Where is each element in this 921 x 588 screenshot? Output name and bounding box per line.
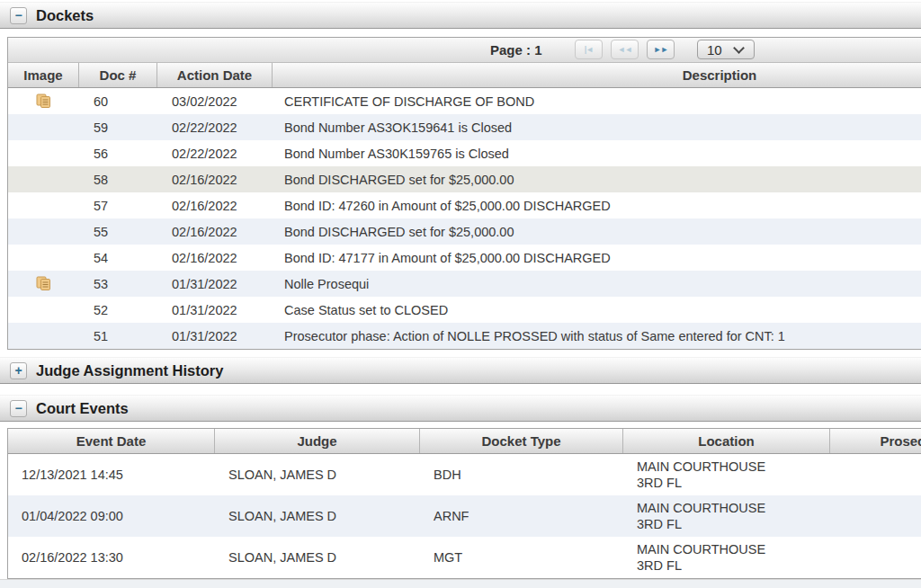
dockets-pagination-toolbar: Page : 1 |◄ ◄◄ ►► 10 [8,38,921,63]
first-page-button[interactable]: |◄ [575,40,603,59]
docket-row[interactable]: 52 01/31/2022 Case Status set to CLOSED [8,297,921,323]
docket-action-date: 02/22/2022 [157,120,273,135]
docket-action-date: 01/31/2022 [157,277,273,291]
docket-row[interactable]: 59 02/22/2022 Bond Number AS3OK159641 is… [8,114,921,140]
court-events-rows: 12/13/2021 14:45 SLOAN, JAMES D BDH MAIN… [8,454,921,578]
prev-page-button[interactable]: ◄◄ [611,40,639,59]
collapse-icon[interactable]: − [10,7,27,24]
docket-action-date: 02/22/2022 [157,147,273,161]
event-location: MAIN COURTHOUSE3RD FL [623,459,830,491]
event-date: 01/04/2022 09:00 [8,509,215,523]
horizontal-scrollbar-track[interactable] [0,579,921,588]
court-events-column-headers: Event Date Judge Docket Type Location Pr… [8,429,921,454]
docket-row[interactable]: 56 02/22/2022 Bond Number AS30K159765 is… [8,140,921,166]
docket-action-date: 02/16/2022 [157,251,273,265]
judge-history-section-title: Judge Assignment History [36,362,223,379]
event-location: MAIN COURTHOUSE3RD FL [623,541,830,574]
court-event-row[interactable]: 01/04/2022 09:00 SLOAN, JAMES D ARNF MAI… [8,495,921,537]
column-header-location[interactable]: Location [623,429,830,453]
next-page-button[interactable]: ►► [647,40,675,59]
docket-description: Case Status set to CLOSED [273,303,921,317]
dockets-column-headers: Image Doc # Action Date Description [8,63,921,88]
docket-action-date: 03/02/2022 [157,94,273,109]
column-header-doc-number[interactable]: Doc # [79,63,157,87]
page-size-value: 10 [698,42,735,58]
document-pages-icon[interactable] [36,276,52,291]
docket-description: Bond ID: 47260 in Amount of $25,000.00 D… [273,199,921,213]
docket-row[interactable]: 55 02/16/2022 Bond DISCHARGED set for $2… [8,218,921,245]
docket-row[interactable]: 57 02/16/2022 Bond ID: 47260 in Amount o… [8,192,921,218]
collapse-icon[interactable]: − [10,400,27,417]
docket-description: Bond DISCHARGED set for $25,000.00 [273,225,921,239]
docket-action-date: 01/31/2022 [157,303,273,317]
docket-number: 54 [79,251,157,265]
docket-number: 59 [79,120,157,135]
event-judge: SLOAN, JAMES D [215,509,420,523]
docket-number: 58 [79,173,157,187]
court-events-section-header: − Court Events [0,395,921,422]
column-header-action-date[interactable]: Action Date [157,63,273,87]
docket-row[interactable]: 54 02/16/2022 Bond ID: 47177 in Amount o… [8,245,921,271]
column-header-description[interactable]: Description [273,63,921,87]
docket-description: Bond Number AS30K159765 is Closed [273,147,921,161]
judge-history-section-header: + Judge Assignment History [0,357,921,384]
event-docket-type: MGT [420,550,623,565]
docket-row[interactable]: 51 01/31/2022 Prosecutor phase: Action o… [8,323,921,349]
court-events-section-title: Court Events [36,400,129,417]
docket-action-date: 02/16/2022 [157,173,273,187]
docket-number: 57 [79,199,157,213]
docket-action-date: 02/16/2022 [157,199,273,213]
chevron-down-icon [733,42,745,54]
first-page-icon: |◄ [585,45,593,54]
dockets-table: Page : 1 |◄ ◄◄ ►► 10 Image Doc # Action … [7,37,921,350]
docket-image-cell [8,94,79,109]
event-location: MAIN COURTHOUSE3RD FL [623,500,830,532]
docket-row[interactable]: 60 03/02/2022 CERTIFICATE OF DISCHARGE O… [8,88,921,114]
dockets-section-title: Dockets [36,7,94,24]
event-judge: SLOAN, JAMES D [215,550,420,565]
court-event-row[interactable]: 12/13/2021 14:45 SLOAN, JAMES D BDH MAIN… [8,454,921,495]
docket-action-date: 01/31/2022 [157,329,273,343]
docket-description: CERTIFICATE OF DISCHARGE OF BOND [273,94,921,109]
docket-description: Nolle Prosequi [273,277,921,291]
column-header-image[interactable]: Image [8,63,79,87]
pager-buttons: |◄ ◄◄ ►► [575,40,675,59]
column-header-docket-type[interactable]: Docket Type [420,429,623,453]
column-header-event-date[interactable]: Event Date [8,429,215,453]
page-indicator: Page : 1 [490,38,542,62]
document-pages-icon[interactable] [36,94,52,109]
expand-icon[interactable]: + [10,362,27,379]
docket-row[interactable]: 53 01/31/2022 Nolle Prosequi [8,271,921,297]
docket-row[interactable]: 58 02/16/2022 Bond DISCHARGED set for $2… [8,166,921,192]
column-header-prosecutor[interactable]: Prosecutor [830,429,921,453]
event-docket-type: BDH [420,468,623,482]
court-events-table: Event Date Judge Docket Type Location Pr… [7,428,921,579]
docket-number: 52 [79,303,157,317]
event-judge: SLOAN, JAMES D [215,468,420,482]
column-header-judge[interactable]: Judge [215,429,420,453]
docket-number: 56 [79,147,157,161]
page-size-select[interactable]: 10 [697,40,755,59]
dockets-section-header: − Dockets [0,2,921,29]
docket-description: Bond Number AS3OK159641 is Closed [273,120,921,135]
event-docket-type: ARNF [420,509,623,523]
dockets-rows: 60 03/02/2022 CERTIFICATE OF DISCHARGE O… [8,88,921,349]
docket-description: Bond ID: 47177 in Amount of $25,000.00 D… [273,251,921,265]
court-event-row[interactable]: 02/16/2022 13:30 SLOAN, JAMES D MGT MAIN… [8,537,921,578]
docket-action-date: 02/16/2022 [157,225,273,239]
docket-number: 53 [79,277,157,291]
event-date: 12/13/2021 14:45 [8,468,215,482]
docket-image-cell [8,276,79,291]
docket-number: 55 [79,225,157,239]
prev-page-icon: ◄◄ [618,45,632,54]
docket-number: 51 [79,329,157,343]
docket-description: Prosecutor phase: Action of NOLLE PROSSE… [273,329,921,343]
docket-number: 60 [79,94,157,109]
event-date: 02/16/2022 13:30 [8,550,215,565]
next-page-icon: ►► [654,45,668,54]
docket-description: Bond DISCHARGED set for $25,000.00 [273,173,921,187]
